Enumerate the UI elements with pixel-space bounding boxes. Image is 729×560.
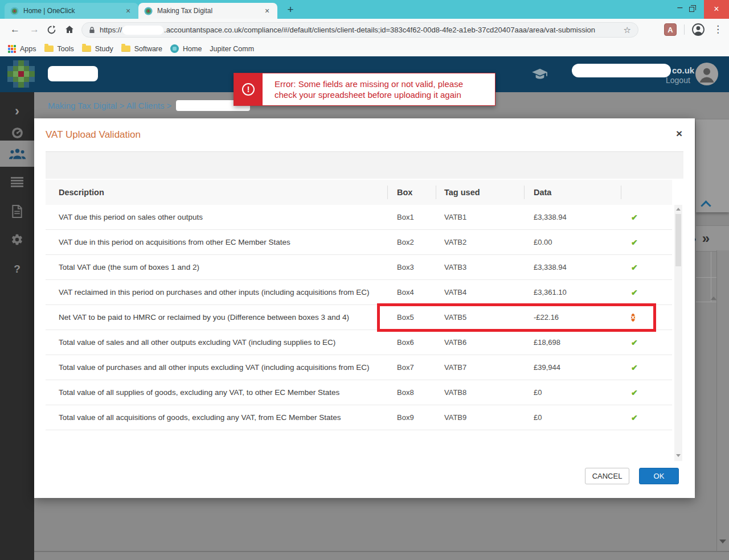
row-description: VAT due in this period on acquisitions f… xyxy=(46,238,387,246)
new-tab-button[interactable]: + xyxy=(283,2,298,17)
table-row: VAT reclaimed in this period on purchase… xyxy=(46,280,672,305)
check-icon: ✔ xyxy=(631,338,638,347)
sidebar-item-clients[interactable] xyxy=(0,141,34,167)
ok-button[interactable]: OK xyxy=(639,468,679,484)
bookmark-label: Jupiter Comm xyxy=(210,45,254,53)
sidebar-item-documents[interactable] xyxy=(0,198,34,224)
row-box: Box3 xyxy=(387,263,436,271)
bookmark-label: Tools xyxy=(58,45,74,53)
bookmark-folder-study[interactable]: Study xyxy=(82,45,113,53)
row-description: Total value of purchases and all other i… xyxy=(46,363,387,372)
browser-profile-icon[interactable] xyxy=(691,23,705,36)
column-header-data: Data xyxy=(524,180,621,205)
home-button[interactable] xyxy=(64,24,75,35)
censored-brand-name xyxy=(48,66,98,81)
bookmark-jupiter[interactable]: Jupiter Comm xyxy=(210,45,254,53)
graduation-cap-icon[interactable] xyxy=(531,68,548,81)
folder-icon xyxy=(44,46,54,52)
row-description: Total VAT due (the sum of boxes 1 and 2) xyxy=(46,263,387,271)
user-avatar[interactable] xyxy=(695,63,718,85)
row-tag: VATB4 xyxy=(436,288,524,297)
oneclick-favicon-icon xyxy=(10,7,19,15)
browser-tab-bar: Home | OneClick × Making Tax Digital × +… xyxy=(0,0,729,19)
sidebar-item-settings[interactable] xyxy=(0,227,34,253)
row-data: £39,944 xyxy=(524,363,621,372)
cancel-button[interactable]: CANCEL xyxy=(585,468,629,484)
row-tag: VATB1 xyxy=(436,213,524,221)
check-icon: ✔ xyxy=(631,363,638,372)
row-data: £3,361.10 xyxy=(524,288,621,297)
person-icon xyxy=(695,63,718,85)
sidebar: › ? xyxy=(0,92,34,560)
row-data: £18,698 xyxy=(524,338,621,347)
row-description: VAT due this period on sales other outpu… xyxy=(46,213,387,221)
mtd-favicon-icon xyxy=(144,7,153,15)
background-divider xyxy=(34,551,729,552)
lock-icon xyxy=(89,26,95,34)
url-path: .accountantspace.co.uk/compliance/#/defa… xyxy=(164,26,620,34)
sidebar-item-help[interactable]: ? xyxy=(0,256,34,282)
tab-close-icon[interactable]: × xyxy=(124,6,133,15)
tab-home-oneclick[interactable]: Home | OneClick × xyxy=(5,3,138,19)
window-minimize-button[interactable]: – xyxy=(672,0,688,18)
breadcrumb[interactable]: Making Tax Digital > All Clients > xyxy=(48,101,171,110)
row-box: Box2 xyxy=(387,238,436,246)
background-pager: › » xyxy=(696,225,729,252)
tab-making-tax-digital[interactable]: Making Tax Digital × xyxy=(138,3,277,19)
row-tag: VATB5 xyxy=(436,313,524,322)
collapse-chevron-up-icon xyxy=(702,200,710,208)
gear-icon xyxy=(11,233,23,246)
sidebar-item-list[interactable] xyxy=(0,169,34,195)
window-close-button[interactable]: × xyxy=(704,0,729,19)
pdf-extension-icon[interactable]: A xyxy=(664,23,677,36)
scroll-down-arrow-icon xyxy=(719,540,726,543)
back-button[interactable]: ← xyxy=(10,24,20,35)
error-banner-icon-block: ! xyxy=(234,73,263,105)
bookmark-label: Software xyxy=(134,45,162,53)
scroll-down-arrow-icon xyxy=(676,454,681,457)
row-data: £0 xyxy=(524,413,621,422)
censored-user-email xyxy=(572,64,671,77)
app-logo xyxy=(7,60,35,88)
forward-button[interactable]: → xyxy=(30,24,39,35)
row-tag: VATB9 xyxy=(436,413,524,422)
reload-button[interactable] xyxy=(47,25,56,35)
bookmark-star-icon[interactable]: ☆ xyxy=(624,25,631,35)
user-domain-suffix: co.uk xyxy=(672,65,694,75)
bookmark-label: Apps xyxy=(20,45,36,53)
modal-toolbar-band xyxy=(46,151,683,179)
window-restore-button[interactable] xyxy=(689,6,696,13)
error-banner-text: Error: Some fields are missing or not va… xyxy=(263,73,469,105)
apps-grid-icon xyxy=(8,45,16,53)
browser-menu-icon[interactable]: ⋮ xyxy=(713,23,723,35)
logout-link[interactable]: Logout xyxy=(666,76,690,85)
bookmark-apps[interactable]: Apps xyxy=(8,45,36,53)
scroll-up-arrow-icon xyxy=(711,297,716,300)
error-banner: ! Error: Some fields are missing or not … xyxy=(234,73,495,106)
check-icon: ✔ xyxy=(631,213,638,222)
tab-title: Making Tax Digital xyxy=(157,7,263,15)
column-header-tag-used: Tag used xyxy=(436,180,524,205)
exclamation-icon: ! xyxy=(242,83,255,96)
error-x-icon: × xyxy=(631,314,635,322)
table-row: Total value of sales and all other outpu… xyxy=(46,330,672,355)
row-data: -£22.16 xyxy=(524,313,621,322)
table-row: Total value of all supplies of goods, ex… xyxy=(46,380,672,405)
table-scrollbar[interactable] xyxy=(674,205,682,461)
row-box: Box1 xyxy=(387,213,436,221)
address-bar[interactable]: https:// .accountantspace.co.uk/complian… xyxy=(81,22,638,38)
folder-icon xyxy=(82,46,91,52)
bookmarks-bar: Apps Tools Study Software Home Jupiter C… xyxy=(0,41,729,57)
row-description: VAT reclaimed in this period on purchase… xyxy=(46,288,387,297)
bookmark-folder-software[interactable]: Software xyxy=(121,45,162,53)
table-row: Total VAT due (the sum of boxes 1 and 2)… xyxy=(46,255,672,280)
double-chevron-icon: » xyxy=(702,232,710,245)
page-scrollbar[interactable] xyxy=(716,250,729,551)
bookmark-home[interactable]: Home xyxy=(170,44,202,53)
scrollbar-thumb[interactable] xyxy=(675,214,681,266)
table-header-row: Description Box Tag used Data xyxy=(46,180,672,205)
modal-close-icon[interactable]: × xyxy=(676,127,682,140)
tab-close-icon[interactable]: × xyxy=(263,6,272,15)
bookmark-folder-tools[interactable]: Tools xyxy=(44,45,74,53)
table-row: VAT due this period on sales other outpu… xyxy=(46,205,672,230)
